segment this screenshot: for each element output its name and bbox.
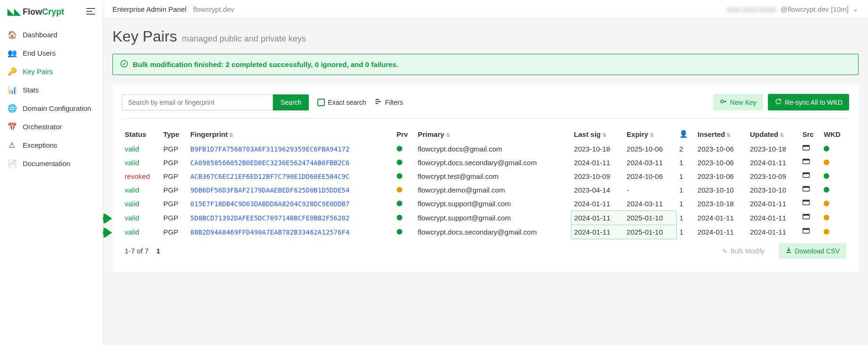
filter-icon [374,98,382,107]
search-input[interactable] [122,94,273,110]
cell-type: PGP [161,156,187,169]
cell-updated: 2024-01-11 [747,197,800,211]
sidebar-item-stats[interactable]: 📊Stats [0,81,102,99]
cell-last-sig: 2023-04-14 [571,183,624,197]
pagination-range: 1-7 of 7 [125,247,149,255]
sidebar: ◣◣ FlowCrypt 🏠Dashboard👥End Users🔑Key Pa… [0,0,103,345]
fingerprint-link[interactable]: ACB367C6EC21EF6ED12BF7C790E1DD60EE584C9C [190,173,349,180]
fingerprint-link[interactable]: CA09858566052B0ED8EC3236E562474AB6FBB2C6 [190,159,349,167]
cell-expiry: 2024-03-11 [624,156,677,169]
prv-dot-icon [397,146,402,151]
sidebar-item-documentation[interactable]: 📄Documentation [0,154,102,173]
cell-last-sig: 2024-01-11 [571,211,624,225]
fingerprint-link[interactable]: 5D8BCD71392DAFEE5DC769714BBCFE0BB2F56202 [190,214,349,222]
nav-label: Key Pairs [23,67,53,76]
nav-icon: 🌐 [8,104,16,113]
cell-inserted: 2023-10-06 [695,169,747,183]
svg-rect-11 [803,200,809,202]
table-row[interactable]: revoked PGP ACB367C6EC21EF6ED12BF7C790E1… [122,169,849,183]
svg-rect-13 [803,214,809,216]
sidebar-item-key-pairs[interactable]: 🔑Key Pairs [0,62,102,81]
cell-type: PGP [161,142,187,156]
sort-icon: ⇅ [602,132,606,138]
cell-primary: flowcrypt.docs.secondary@gmail.com [415,225,571,239]
col-updated[interactable]: Updated⇅ [747,126,800,142]
table-row[interactable]: valid PGP CA09858566052B0ED8EC3236E56247… [122,156,849,169]
nav-icon: 🔑 [8,67,16,76]
sidebar-header: ◣◣ FlowCrypt [0,0,102,24]
sort-icon: ⇅ [780,132,784,138]
status-badge: valid [125,159,139,167]
svg-point-1 [721,100,723,103]
fingerprint-link[interactable]: B9FB1D7FA7568703A6F3119629359EC6FBA94172 [190,145,349,153]
sidebar-item-end-users[interactable]: 👥End Users [0,44,102,62]
filters-button[interactable]: Filters [374,98,403,107]
nav-label: Dashboard [23,31,57,39]
status-badge: valid [125,214,139,222]
svg-rect-7 [803,173,809,174]
nav-label: Documentation [23,160,70,168]
nav-icon: 📅 [8,122,16,131]
page-heading: Key Pairs managed public and private key… [112,28,859,45]
cell-primary: flowcrypt.demo@gmail.com [415,183,571,197]
cell-primary: flowcrypt.docs.secondary@gmail.com [415,156,571,169]
cell-type: PGP [161,197,187,211]
cell-last-sig: 2024-01-11 [571,197,624,211]
page-title: Key Pairs [112,28,177,45]
table-row[interactable]: valid PGP 9DB6DF56D3FBAF2179DAAEBEDF625D… [122,183,849,197]
col-primary[interactable]: Primary⇅ [415,126,571,142]
user-icon: 👤 [679,130,688,138]
success-alert: Bulk modification finished: 2 completed … [112,54,859,75]
logo-mark-icon: ◣◣ [8,7,21,17]
cell-updated: 2024-01-11 [747,225,800,239]
col-type[interactable]: Type [161,126,187,142]
cell-updated: 2023-10-09 [747,169,800,183]
fingerprint-link[interactable]: 88B2D94A8469FFD490A7EAB782B33462A12576F4 [190,228,349,236]
cell-users: 1 [676,169,695,183]
col-src[interactable]: Src [800,126,821,142]
panel: Search Exact search Filters [112,84,859,272]
logo[interactable]: ◣◣ FlowCrypt [8,7,64,17]
sidebar-item-exceptions[interactable]: ⚠Exceptions [0,136,102,154]
new-key-label: New Key [730,99,757,106]
exact-search-toggle[interactable]: Exact search [317,99,366,106]
cell-users: 1 [676,156,695,169]
cell-users: 1 [676,211,695,225]
menu-toggle-icon[interactable] [86,8,95,16]
resync-button[interactable]: Re-sync All to WKD [768,94,849,110]
checkbox-icon [317,99,325,106]
col-inserted[interactable]: Inserted⇅ [695,126,747,142]
content: Key Pairs managed public and private key… [103,18,868,281]
cell-last-sig: 2023-10-09 [571,169,624,183]
col-expiry[interactable]: Expiry⇅ [624,126,677,142]
pagination-page[interactable]: 1 [156,247,160,255]
cell-type: PGP [161,183,187,197]
sidebar-item-orchestrator[interactable]: 📅Orchestrator [0,118,102,136]
source-icon [802,186,810,194]
cell-users: 2 [676,142,695,156]
bulk-modify-button[interactable]: ✎ Bulk Modify [715,244,771,259]
search-button[interactable]: Search [273,94,309,110]
table-row[interactable]: valid PGP 5D8BCD71392DAFEE5DC769714BBCFE… [122,211,849,225]
table-row[interactable]: valid PGP 015E7F18DB4C9D63DABDD8A8204C92… [122,197,849,211]
download-icon [785,247,792,255]
col-users[interactable]: 👤 [676,126,695,142]
table-row[interactable]: valid PGP B9FB1D7FA7568703A6F3119629359E… [122,142,849,156]
sidebar-item-dashboard[interactable]: 🏠Dashboard [0,25,102,44]
user-menu[interactable]: xxxx.xxxx.xxxxx @flowcrypt.dev [10m] ⌄ [727,5,859,13]
cell-users: 1 [676,197,695,211]
cell-expiry: 2025-01-10 [624,225,677,239]
wkd-dot-icon [824,201,829,206]
sidebar-item-domain-configuration[interactable]: 🌐Domain Configuration [0,99,102,118]
fingerprint-link[interactable]: 9DB6DF56D3FBAF2179DAAEBEDF625D0B1D5DDE54 [190,186,349,194]
new-key-button[interactable]: New Key [713,94,763,110]
fingerprint-link[interactable]: 015E7F18DB4C9D63DABDD8A8204C928DC9E0DDB7 [190,200,349,208]
col-fingerprint[interactable]: Fingerprint⇅ [187,126,393,142]
col-last-sig[interactable]: Last sig⇅ [571,126,624,142]
col-prv[interactable]: Prv [394,126,415,142]
download-csv-button[interactable]: Download CSV [779,243,846,259]
chevron-down-icon: ⌄ [852,5,859,13]
table-row[interactable]: valid PGP 88B2D94A8469FFD490A7EAB782B334… [122,225,849,239]
col-status[interactable]: Status [122,126,161,142]
col-wkd[interactable]: WKD [821,126,849,142]
